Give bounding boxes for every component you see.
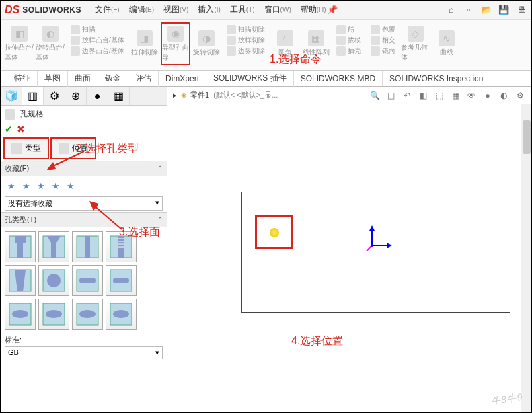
favorites-select[interactable]: 没有选择收藏▾ <box>5 196 163 211</box>
revolve-cut-button[interactable]: ◑旋转切除 <box>192 22 221 65</box>
tab-inspection[interactable]: SOLIDWORKS Inspection <box>383 71 490 86</box>
tab-sketch[interactable]: 草图 <box>38 70 68 87</box>
pattern-button[interactable]: ▦线性阵列 <box>301 22 331 65</box>
tab-dimxpert[interactable]: DimXpert <box>159 71 206 86</box>
wrap-button[interactable]: 包覆 <box>371 25 395 34</box>
fav-load-icon[interactable]: ★ <box>64 179 77 192</box>
hole-wizard-button[interactable]: ◉异型孔向导 <box>161 22 190 65</box>
fillet-button[interactable]: ◜圆角 <box>270 22 300 65</box>
svg-rect-15 <box>79 278 96 283</box>
print-icon[interactable]: 🖶 <box>515 4 527 16</box>
intersect-button[interactable]: 相交 <box>371 36 395 45</box>
doc-name[interactable]: 零件1 <box>190 90 209 100</box>
save-icon[interactable]: 💾 <box>498 4 510 16</box>
svg-rect-17 <box>113 278 129 283</box>
fav-del-icon[interactable]: ★ <box>34 179 48 192</box>
menu-tools[interactable]: 工具(T) <box>230 4 255 15</box>
property-tab[interactable]: ▥ <box>22 87 44 105</box>
boundary-button[interactable]: 边界凸台/基体 <box>71 46 124 56</box>
extrude-boss-button[interactable]: ◧拉伸凸台/基体 <box>5 22 34 65</box>
ok-button[interactable]: ✔ <box>5 124 13 135</box>
prev-view-icon[interactable]: ↶ <box>401 89 413 102</box>
hole-type-header[interactable]: 孔类型(T)⌃ <box>1 212 167 227</box>
menu-edit[interactable]: 编辑(E) <box>129 4 154 15</box>
fav-update-icon[interactable]: ★ <box>20 179 33 192</box>
hole-legacy[interactable] <box>38 265 69 296</box>
display-style-icon[interactable]: ▦ <box>449 89 461 102</box>
apply-scene-icon[interactable]: ◐ <box>498 89 510 102</box>
tree-toggle-icon[interactable]: ▸ <box>173 91 177 100</box>
hole-tapered-tap[interactable] <box>5 265 36 296</box>
menu-file[interactable]: 文件(F) <box>95 4 120 15</box>
hole-cbore-slot[interactable] <box>72 265 103 296</box>
zoom-to-fit-icon[interactable]: 🔍 <box>369 89 381 102</box>
menu-view[interactable]: 视图(V) <box>163 4 188 15</box>
tab-position[interactable]: 位置 <box>50 137 96 159</box>
cancel-button[interactable]: ✖ <box>17 124 25 135</box>
hole-csink-slot[interactable] <box>106 265 137 296</box>
view-orient-icon[interactable]: ⬚ <box>433 89 445 102</box>
rib-button[interactable]: 筋 <box>336 25 361 34</box>
fav-add-icon[interactable]: ★ <box>5 179 18 192</box>
scroll-thumb[interactable] <box>523 120 531 154</box>
mirror-button[interactable]: 镜向 <box>371 46 395 56</box>
hole-slot4[interactable] <box>106 299 137 330</box>
hole-point[interactable] <box>270 228 279 237</box>
shell-button[interactable]: 抽壳 <box>336 46 361 56</box>
hole-counterbore[interactable] <box>5 231 36 262</box>
boundary-icon <box>71 46 80 56</box>
menu-window[interactable]: 窗口(W) <box>264 4 291 15</box>
tab-evaluate[interactable]: 评估 <box>128 70 159 87</box>
svg-point-21 <box>46 310 62 318</box>
hole-slot3[interactable] <box>72 299 103 330</box>
appearance-tab[interactable]: ● <box>87 87 108 105</box>
loft-icon <box>71 36 80 45</box>
home-icon[interactable]: ⌂ <box>445 4 457 16</box>
curves-button[interactable]: ∿曲线 <box>432 22 461 65</box>
hole-countersink[interactable] <box>38 231 69 262</box>
menu-insert[interactable]: 插入(I) <box>198 4 220 15</box>
favorites-header[interactable]: 收藏(F)⌃ <box>1 161 167 176</box>
boundary-cut-button[interactable]: 边界切除 <box>227 46 265 56</box>
hide-show-icon[interactable]: 👁 <box>465 89 478 102</box>
other-tab[interactable]: ▦ <box>108 87 130 105</box>
sweep-button[interactable]: 扫描 <box>71 25 124 34</box>
graphics-viewport[interactable]: 牛8牛9 <box>167 104 531 412</box>
tab-sheetmetal[interactable]: 钣金 <box>98 70 128 87</box>
loft-button[interactable]: 放样凸台/基体 <box>71 36 124 45</box>
edit-appearance-icon[interactable]: ● <box>482 89 494 102</box>
new-icon[interactable]: ▫ <box>463 4 475 16</box>
hole-simple[interactable] <box>72 231 103 262</box>
hole-slot[interactable] <box>5 299 36 330</box>
extrude-cut-button[interactable]: ◨拉伸切除 <box>130 22 159 65</box>
menu-help[interactable]: 帮助(H) <box>301 4 326 15</box>
config-tab[interactable]: ⚙ <box>44 87 65 105</box>
hole-slot2[interactable] <box>38 299 69 330</box>
fav-save-icon[interactable]: ★ <box>49 179 63 192</box>
loft-cut-button[interactable]: 放样切除 <box>227 36 265 45</box>
open-icon[interactable]: 📂 <box>480 4 492 16</box>
zoom-area-icon[interactable]: ◫ <box>385 89 397 102</box>
vertical-scrollbar[interactable] <box>521 104 531 412</box>
tab-surface[interactable]: 曲面 <box>68 70 98 87</box>
draft-button[interactable]: 拔模 <box>336 36 361 45</box>
mirror-icon <box>371 46 380 56</box>
pin-icon[interactable]: 📌 <box>326 4 338 16</box>
feature-tree-tab[interactable]: 🧊 <box>1 87 22 105</box>
section-view-icon[interactable]: ◧ <box>417 89 429 102</box>
tab-addins[interactable]: SOLIDWORKS 插件 <box>206 70 294 87</box>
sweep-cut-button[interactable]: 扫描切除 <box>227 25 265 34</box>
view-settings-icon[interactable]: ⚙ <box>514 89 526 102</box>
view-triad[interactable] <box>365 225 392 252</box>
revolve-boss-button[interactable]: ◐旋转凸台/基体 <box>36 22 65 65</box>
tab-mbd[interactable]: SOLIDWORKS MBD <box>294 71 383 86</box>
hole-straight-tap[interactable] <box>106 231 137 262</box>
ref-geom-button[interactable]: ◇参考几何体 <box>401 22 430 65</box>
tab-type[interactable]: 类型 <box>3 137 49 159</box>
model-face[interactable] <box>241 192 510 313</box>
standard-select[interactable]: GB▾ <box>5 346 163 359</box>
tab-features[interactable]: 特征 <box>7 70 38 87</box>
extrude-cut-icon: ◨ <box>137 30 153 46</box>
dims-tab[interactable]: ⊕ <box>65 87 87 105</box>
ribbon-col-boss: 扫描 放样凸台/基体 边界凸台/基体 <box>67 22 128 59</box>
